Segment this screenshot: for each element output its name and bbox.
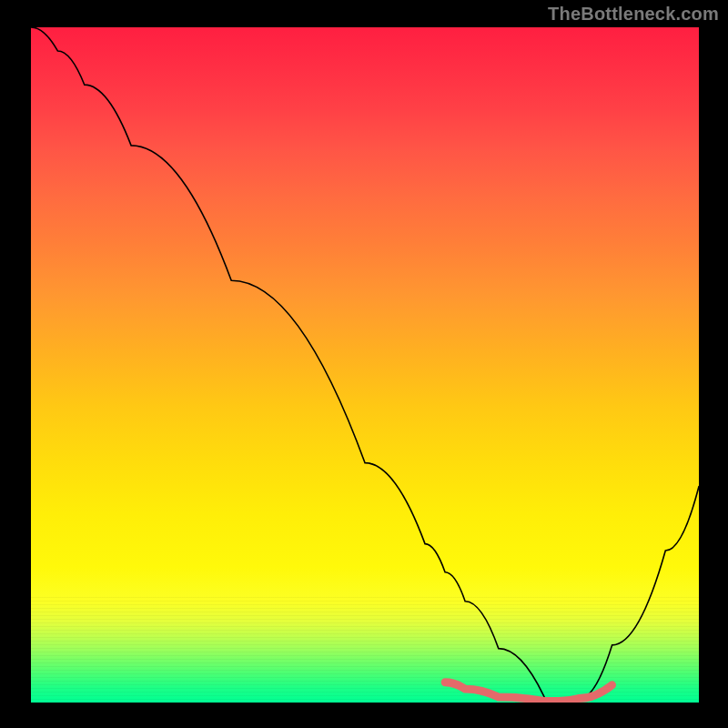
gradient-background	[31, 27, 699, 703]
chart-container: TheBottleneck.com	[0, 0, 728, 728]
watermark-text: TheBottleneck.com	[548, 4, 719, 25]
plot-area	[31, 27, 699, 703]
